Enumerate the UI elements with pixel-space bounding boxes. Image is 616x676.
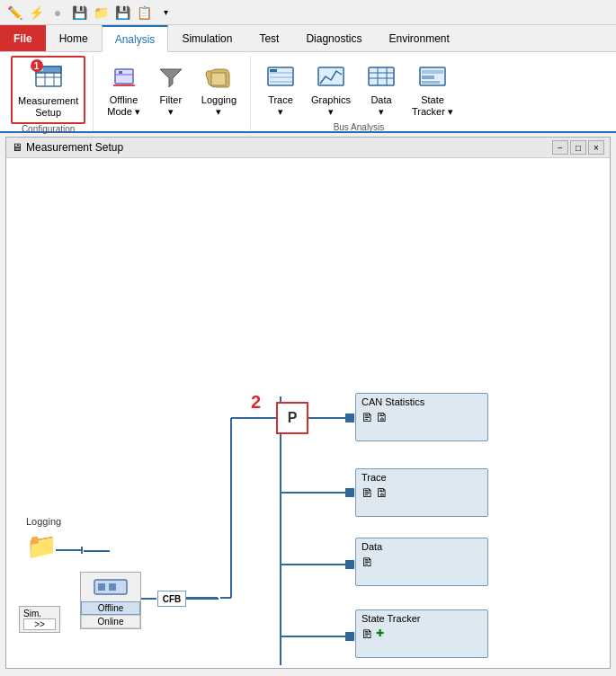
save2-icon[interactable]: 💾: [113, 4, 131, 22]
state-tracker-svg: [418, 62, 447, 91]
trace-svg: [266, 62, 295, 91]
cfb-box[interactable]: CFB: [157, 591, 186, 607]
filter-button[interactable]: Filter▾: [148, 56, 193, 122]
state-tracker-label: StateTracker ▾: [412, 94, 453, 118]
minimize-button[interactable]: −: [552, 140, 568, 155]
p-box[interactable]: P: [276, 402, 308, 434]
sim-label: Sim.: [23, 609, 56, 618]
data-node-icons: 🖹: [356, 555, 487, 572]
graphics-icon: [315, 60, 347, 93]
sim-box: Sim. >>: [19, 606, 60, 633]
data-node-title: Data: [356, 538, 487, 555]
window-title-left: 🖥 Measurement Setup: [12, 141, 123, 154]
bus-analysis-buttons: Trace▾ Graphics▾: [258, 56, 460, 122]
logging-svg: [204, 62, 233, 91]
step-badge-2: 2: [251, 392, 261, 413]
toolbar-icons: ✏️ ⚡ ● 💾 📁 💾 📋 ▾: [5, 4, 174, 22]
tab-simulation[interactable]: Simulation: [168, 25, 246, 51]
port-data: [345, 560, 354, 569]
svg-rect-24: [422, 81, 440, 84]
state-tracker-button[interactable]: StateTracker ▾: [406, 56, 460, 122]
trace-button[interactable]: Trace▾: [258, 56, 303, 122]
step-badge-1: 1: [31, 59, 43, 72]
trace-label: Trace▾: [268, 94, 293, 118]
offline-mode-button[interactable]: OfflineMode ▾: [101, 56, 147, 122]
tab-home[interactable]: Home: [46, 25, 102, 51]
data-node[interactable]: Data 🖹: [355, 538, 488, 586]
sim-arrows-btn[interactable]: >>: [23, 618, 56, 630]
logging-icon: [202, 60, 235, 93]
svg-rect-39: [98, 583, 105, 591]
filter-svg: [156, 62, 185, 91]
ribbon: 1 MeasurementSetup Configuration: [0, 52, 616, 133]
measurement-setup-window: 🖥 Measurement Setup − □ ×: [5, 137, 611, 669]
circle-icon: ●: [49, 4, 67, 22]
tab-file[interactable]: File: [0, 25, 46, 51]
close-button[interactable]: ×: [588, 140, 604, 155]
offline-mode-svg: [110, 62, 138, 91]
graphics-button[interactable]: Graphics▾: [305, 56, 357, 122]
state-tracker-icon1: 🖹: [362, 627, 373, 641]
offline-mode-icon: [108, 60, 140, 93]
trace-node-title: Trace: [356, 469, 487, 485]
mode-selector: Offline Online: [80, 572, 141, 629]
can-statistics-node[interactable]: CAN Statistics 🖹 🖺: [355, 393, 488, 441]
svg-rect-16: [369, 67, 394, 85]
configuration-buttons: 1 MeasurementSetup: [11, 56, 85, 124]
more-icon[interactable]: ▾: [156, 4, 174, 22]
can-statistics-icons: 🖹 🖺: [356, 410, 487, 427]
window-title-bar: 🖥 Measurement Setup − □ ×: [6, 138, 610, 158]
data-button[interactable]: Data▾: [359, 56, 404, 122]
can-stats-icon1: 🖹: [362, 411, 373, 424]
offline-mode-label-node[interactable]: Offline: [81, 601, 140, 615]
data-icon1: 🖹: [362, 556, 373, 569]
pencil-icon[interactable]: ✏️: [5, 4, 23, 22]
logging-label: Logging▾: [201, 94, 237, 118]
graphics-svg: [317, 62, 345, 91]
trace-node[interactable]: Trace 🖹 🖺: [355, 468, 488, 517]
folder-icon[interactable]: 📁: [92, 4, 110, 22]
lightning-icon[interactable]: ⚡: [27, 4, 45, 22]
svg-rect-23: [422, 76, 434, 79]
cfb-left-arrow: [141, 598, 156, 600]
svg-rect-40: [109, 583, 116, 591]
tab-diagnostics[interactable]: Diagnostics: [292, 25, 375, 51]
maximize-button[interactable]: □: [570, 140, 586, 155]
offline-mode-label: OfflineMode ▾: [107, 94, 140, 118]
title-bar: ✏️ ⚡ ● 💾 📁 💾 📋 ▾: [0, 0, 616, 25]
can-stats-icon2: 🖺: [376, 411, 388, 424]
bus-analysis-group-label: Bus Analysis: [334, 122, 385, 135]
save-icon[interactable]: 💾: [70, 4, 88, 22]
state-tracker-icon2: ✚: [376, 627, 384, 641]
svg-rect-15: [318, 67, 344, 85]
measurement-setup-icon-area: 1: [32, 61, 65, 93]
window-controls: − □ ×: [552, 140, 604, 155]
ribbon-tabs: File Home Analysis Simulation Test Diagn…: [0, 25, 616, 52]
online-mode-label-node[interactable]: Online: [81, 615, 140, 628]
tab-analysis[interactable]: Analysis: [102, 25, 169, 52]
config-group-label: Configuration: [22, 124, 75, 137]
svg-rect-9: [211, 73, 226, 85]
filter-label: Filter▾: [160, 94, 182, 118]
paste-icon[interactable]: 📋: [135, 4, 153, 22]
svg-rect-6: [115, 69, 133, 84]
port-can-statistics: [345, 414, 354, 422]
logging-folder-icon: 📁: [26, 531, 58, 561]
port-trace: [345, 488, 354, 497]
graphics-label: Graphics▾: [311, 94, 351, 118]
window-title: Measurement Setup: [26, 141, 123, 154]
can-statistics-title: CAN Statistics: [356, 394, 487, 410]
filter-icon: [155, 60, 187, 93]
trace-icon2: 🖺: [376, 486, 388, 500]
tab-environment[interactable]: Environment: [375, 25, 462, 51]
canvas-area: 2 P CAN Statistics 🖹 🖺 Trace 🖹 🖺: [6, 158, 610, 665]
logging-button[interactable]: Logging▾: [195, 56, 243, 122]
cfb-right-arrow: [186, 598, 219, 600]
tab-test[interactable]: Test: [246, 25, 292, 51]
logging-arrow-v: [81, 547, 83, 554]
state-tracker-node[interactable]: State Tracker 🖹 ✚: [355, 609, 488, 658]
trace-icon: [264, 60, 297, 93]
data-svg: [367, 62, 396, 91]
bus-svg: [93, 576, 129, 598]
measurement-setup-button[interactable]: 1 MeasurementSetup: [11, 56, 85, 124]
